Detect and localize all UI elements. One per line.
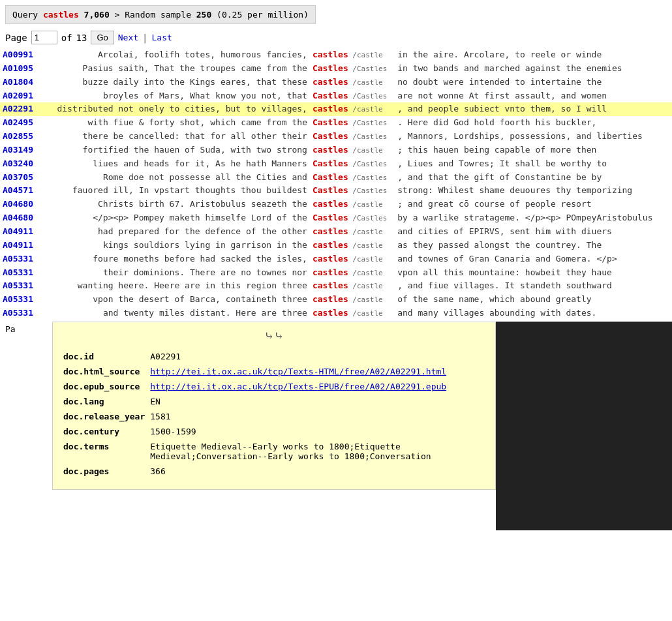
context-right: and cities of EPIRVS, sent him with diue… xyxy=(395,225,672,239)
context-left: had prepared for the defence of the othe… xyxy=(38,225,309,239)
context-right: , Liues and Towres; It shall be worthy t… xyxy=(395,157,672,171)
tag-span: /castle xyxy=(348,200,383,209)
doc-id-cell[interactable]: A05331 xyxy=(0,307,38,320)
doc-id-cell[interactable]: A04680 xyxy=(0,198,38,211)
detail-table: doc.id A02291 doc.html_source http://tei… xyxy=(63,349,485,479)
century-value: 1500-1599 xyxy=(150,424,485,439)
context-left: there be cancelled: that for all other t… xyxy=(38,130,309,144)
tag-span: /castle xyxy=(348,309,383,318)
keyword-span: castles xyxy=(313,50,348,59)
keyword-cell: Castles /Castles xyxy=(310,157,395,171)
doc-id-cell[interactable]: A02291 xyxy=(0,102,38,116)
table-row: A03149fortified the hauen of Suda, with … xyxy=(0,144,672,157)
last-link[interactable]: Last xyxy=(152,33,172,42)
table-row: A04680</p><p> Pompey maketh himselfe Lor… xyxy=(0,211,672,225)
tag-span: /Castles xyxy=(348,119,388,127)
keyword-cell: castles /castle xyxy=(310,279,395,293)
doc-id-cell[interactable]: A04571 xyxy=(0,184,38,198)
context-right: ; and great cō course of people resort xyxy=(395,198,672,211)
html-source-link[interactable]: http://tei.it.ox.ac.uk/tcp/Texts-HTML/fr… xyxy=(150,367,446,376)
bottom-page-label: Pa xyxy=(0,322,26,337)
doc-id-cell[interactable]: A04680 xyxy=(0,211,38,225)
keyword-span: castles xyxy=(313,240,348,250)
keyword-span: castles xyxy=(313,294,348,304)
doc-id-cell[interactable]: A03240 xyxy=(0,157,38,171)
keyword-span: Castles xyxy=(313,131,348,141)
epub-source-link[interactable]: http://tei.it.ox.ac.uk/tcp/Texts-EPUB/fr… xyxy=(150,382,446,391)
context-right: , and people subiect vnto them, so I wil… xyxy=(395,102,672,116)
tag-span: /castle xyxy=(348,228,383,236)
detail-row-release-year: doc.release_year 1581 xyxy=(63,409,485,424)
context-left: distributed not onely to cities, but to … xyxy=(38,102,309,116)
doc-id-cell[interactable]: A02091 xyxy=(0,89,38,103)
doc-id-cell[interactable]: A05331 xyxy=(0,293,38,307)
context-left: broyles of Mars, What know you not, that xyxy=(38,89,309,103)
context-left: with fiue & forty shot, which came from … xyxy=(38,116,309,130)
keyword-span: castles xyxy=(313,226,348,236)
doc-id-cell[interactable]: A01804 xyxy=(0,76,38,89)
context-right: of the same name, which abound greatly xyxy=(395,293,672,307)
tag-span: /Castles xyxy=(348,174,388,182)
context-left: </p><p> Pompey maketh himselfe Lord of t… xyxy=(38,211,309,225)
keyword-span: Castles xyxy=(313,63,348,73)
keyword-cell: castles /castle xyxy=(310,102,395,116)
keyword-span: castles xyxy=(313,308,348,318)
tag-span: /castle xyxy=(348,241,383,250)
keyword-cell: Castles /Castles xyxy=(310,89,395,103)
keyword-cell: castles /castle xyxy=(310,266,395,280)
go-button[interactable]: Go xyxy=(91,31,114,44)
context-right: and many villages abounding with dates. xyxy=(395,307,672,320)
keyword-cell: Castles /Castles xyxy=(310,184,395,198)
total-pages: 13 xyxy=(76,33,87,43)
doc-id-cell[interactable]: A03149 xyxy=(0,144,38,157)
lang-value: EN xyxy=(150,394,485,409)
context-left: Christs birth 67. Aristobulus seazeth th… xyxy=(38,198,309,211)
context-right: are not wonne At first assault, and wome… xyxy=(395,89,672,103)
doc-id-cell[interactable]: A05331 xyxy=(0,252,38,266)
doc-id-cell[interactable]: A05331 xyxy=(0,279,38,293)
keyword-span: castles xyxy=(313,267,348,277)
table-row: A01095Pasius saith, That the troupes cam… xyxy=(0,62,672,76)
next-link[interactable]: Next xyxy=(118,33,138,42)
keyword-span: castles xyxy=(313,280,348,290)
table-row: A01804buzze daily into the Kings eares, … xyxy=(0,76,672,89)
keyword-cell: Castles /Castles xyxy=(310,116,395,130)
context-left: fauored ill, In vpstart thoughts thou bu… xyxy=(38,184,309,198)
sample-note: (0.25 per million) xyxy=(217,10,309,20)
keyword-span: castles xyxy=(313,145,348,155)
keyword-span: Castles xyxy=(313,159,348,168)
page-input[interactable] xyxy=(31,31,57,44)
table-row: A05331foure moneths before had sacked th… xyxy=(0,252,672,266)
table-row: A00991Arcolai, foolifh totes, humorous f… xyxy=(0,48,672,62)
doc-id-cell[interactable]: A01095 xyxy=(0,62,38,76)
doc-id-cell[interactable]: A02855 xyxy=(0,130,38,144)
tag-span: /Castles xyxy=(348,65,388,73)
table-row: A05331wanting heere. Heere are in this r… xyxy=(0,279,672,293)
dark-block xyxy=(496,322,672,530)
century-label: doc.century xyxy=(63,424,150,439)
epub-source-value: http://tei.it.ox.ac.uk/tcp/Texts-EPUB/fr… xyxy=(150,379,485,394)
query-term: castles xyxy=(43,10,79,20)
html-source-label: doc.html_source xyxy=(63,364,150,379)
context-right: in two bands and marched against the ene… xyxy=(395,62,672,76)
detail-row-epub-source: doc.epub_source http://tei.it.ox.ac.uk/t… xyxy=(63,379,485,394)
context-left: wanting heere. Heere are in this region … xyxy=(38,279,309,293)
detail-row-century: doc.century 1500-1599 xyxy=(63,424,485,439)
doc-id-cell[interactable]: A05331 xyxy=(0,266,38,280)
of-pages-label: of xyxy=(61,33,72,43)
pages-label: doc.pages xyxy=(63,464,150,479)
keyword-cell: castles /castle xyxy=(310,239,395,252)
doc-id-cell[interactable]: A00991 xyxy=(0,48,38,62)
keyword-cell: castles /castle xyxy=(310,307,395,320)
doc-id-cell[interactable]: A03705 xyxy=(0,171,38,185)
epub-source-label: doc.epub_source xyxy=(63,379,150,394)
context-left: Pasius saith, That the troupes came from… xyxy=(38,62,309,76)
lang-label: doc.lang xyxy=(63,394,150,409)
doc-id-cell[interactable]: A02495 xyxy=(0,116,38,130)
doc-id-cell[interactable]: A04911 xyxy=(0,239,38,252)
detail-row-terms: doc.terms Etiquette Medieval--Early work… xyxy=(63,439,485,464)
context-right: as they passed alongst the countrey. The xyxy=(395,239,672,252)
keyword-cell: castles /castle xyxy=(310,76,395,89)
doc-id-cell[interactable]: A04911 xyxy=(0,225,38,239)
detail-panel: ⤷⤷ doc.id A02291 doc.html_source http://… xyxy=(52,322,496,490)
